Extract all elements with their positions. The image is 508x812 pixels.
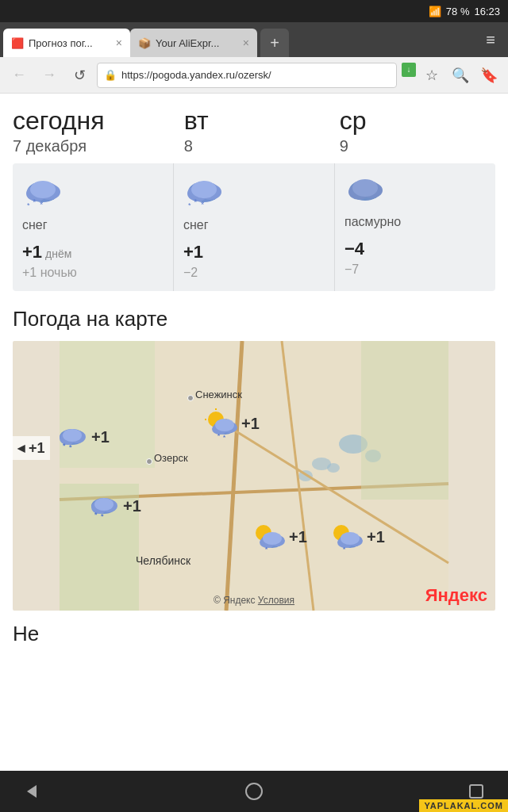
svg-text:*: * <box>69 443 72 450</box>
map-conditions-link[interactable]: Условия <box>258 595 294 606</box>
svg-point-51 <box>94 498 114 511</box>
svg-rect-68 <box>470 785 483 798</box>
signal-icon: 📶 <box>429 6 441 17</box>
svg-point-64 <box>341 532 360 545</box>
tab-weather-label: Прогноз пог... <box>29 37 93 49</box>
day-num-today: 7 декабря <box>13 137 184 155</box>
city-dot-ozersk <box>146 458 152 465</box>
svg-text:*: * <box>101 512 104 519</box>
svg-text:*: * <box>201 200 205 206</box>
next-section-title: Не <box>0 611 508 646</box>
svg-point-10 <box>191 181 217 198</box>
map-section: Погода на карте <box>13 307 495 611</box>
address-bar: ← → ↺ 🔒 https://pogoda.yandex.ru/ozersk/… <box>0 57 508 94</box>
address-actions: ↓ ☆ 🔍 🔖 <box>402 63 502 88</box>
svg-text:*: * <box>194 197 198 206</box>
left-edge-marker: ◂ +1 <box>13 436 50 460</box>
temp-day-today: +1днём <box>22 242 71 262</box>
weather-desc-wed: пасмурно <box>344 215 401 229</box>
svg-point-22 <box>327 463 340 473</box>
android-back-button[interactable] <box>16 776 48 807</box>
city-label-chelyabinsk: Челябинск <box>136 554 190 567</box>
svg-text:*: * <box>188 201 191 206</box>
map-marker-1: * * +1 <box>56 424 110 450</box>
svg-rect-30 <box>361 341 448 500</box>
marker-temp-3: +1 <box>123 497 141 515</box>
tab-ali[interactable]: 📦 Your AliExpr... × <box>130 29 257 57</box>
day-num-tue: 8 <box>184 137 340 155</box>
map-title: Погода на карте <box>13 307 495 331</box>
day-num-wed: 9 <box>340 137 495 155</box>
temp-night-wed: −7 <box>344 262 359 277</box>
day-col-wed: ср 9 <box>340 106 495 155</box>
browser-menu[interactable]: ≡ <box>476 25 505 57</box>
svg-text:*: * <box>63 442 66 450</box>
weather-card-today: * * * снег +1днём +1 ночью <box>13 163 174 291</box>
svg-point-17 <box>352 179 378 197</box>
svg-point-58 <box>263 532 282 545</box>
svg-text:*: * <box>33 197 37 206</box>
map-background: ◂ +1 Снежинск Озерск * * <box>13 341 495 611</box>
tab-weather[interactable]: 🟥 Прогноз пог... × <box>3 29 130 57</box>
temp-day-wed: −4 <box>344 239 364 259</box>
map-container[interactable]: ◂ +1 Снежинск Озерск * * <box>13 341 495 611</box>
bottom-nav-bar: YAPLAKAL.COM <box>0 771 508 812</box>
marker-temp-4: +1 <box>289 528 307 546</box>
weather-icon-tue: * * * <box>183 174 225 213</box>
new-tab-button[interactable]: + <box>260 29 289 57</box>
bookmark-button[interactable]: 🔖 <box>476 63 502 88</box>
tab-ali-close[interactable]: × <box>243 36 249 49</box>
yandex-logo: Яндекс <box>425 585 487 606</box>
weather-day-headers: сегодня 7 декабря вт 8 ср 9 <box>13 106 495 155</box>
back-button[interactable]: ← <box>6 63 32 88</box>
download-button[interactable]: ↓ <box>402 63 416 77</box>
lock-icon: 🔒 <box>104 69 117 81</box>
browser-menu-icon[interactable]: ≡ <box>476 25 505 54</box>
weather-card-wed: пасмурно −4 −7 <box>335 163 495 291</box>
weather-icon-today: * * * <box>22 174 64 213</box>
map-marker-3: * * +1 <box>88 493 141 519</box>
svg-point-67 <box>246 783 262 799</box>
url-bar[interactable]: 🔒 https://pogoda.yandex.ru/ozersk/ <box>97 63 397 88</box>
map-marker-4: * +1 <box>251 522 307 552</box>
temp-night-tue: −2 <box>183 266 198 280</box>
watermark: YAPLAKAL.COM <box>419 799 508 812</box>
svg-text:*: * <box>40 200 44 206</box>
svg-marker-66 <box>27 785 37 798</box>
tab-ali-icon: 📦 <box>138 37 151 49</box>
day-name-today: сегодня <box>13 106 184 136</box>
weather-cards: * * * снег +1днём +1 ночью * * <box>13 163 495 291</box>
status-bar: 📶 78 % 16:23 <box>0 0 508 22</box>
day-col-tue: вт 8 <box>184 106 340 155</box>
marker-temp-5: +1 <box>367 528 385 546</box>
tab-ali-label: Your AliExpr... <box>156 37 219 49</box>
tab-weather-close[interactable]: × <box>116 36 122 49</box>
svg-text:*: * <box>27 201 30 206</box>
city-label-ozersk: Озерск <box>154 452 188 464</box>
forward-button[interactable]: → <box>37 63 62 88</box>
time-display: 16:23 <box>474 6 500 17</box>
day-name-tue: вт <box>184 106 340 136</box>
svg-text:*: * <box>94 511 98 519</box>
temp-day-tue: +1 <box>183 242 203 262</box>
tab-weather-icon: 🟥 <box>11 37 24 49</box>
svg-point-45 <box>215 419 234 431</box>
svg-point-34 <box>63 429 82 442</box>
city-dot-snezhinsk <box>187 395 194 401</box>
weather-desc-today: снег <box>22 218 48 232</box>
svg-point-3 <box>30 181 56 198</box>
weather-desc-tue: снег <box>183 218 209 232</box>
weather-card-tue: * * * снег +1 −2 <box>174 163 335 291</box>
bookmark-star-button[interactable]: ☆ <box>419 63 444 88</box>
temp-night-today: +1 ночью <box>22 266 77 280</box>
android-home-button[interactable] <box>238 776 270 807</box>
refresh-button[interactable]: ↺ <box>67 63 92 88</box>
map-marker-5: * +1 <box>329 522 385 552</box>
marker-temp-2: +1 <box>241 415 260 433</box>
browser-tab-bar: 🟥 Прогноз пог... × 📦 Your AliExpr... × +… <box>0 22 508 57</box>
city-label-snezhinsk: Снежинск <box>195 389 242 400</box>
battery-text: 78 % <box>446 6 470 17</box>
search-button[interactable]: 🔍 <box>448 63 473 88</box>
weather-icon-wed <box>344 174 386 210</box>
marker-temp-1: +1 <box>91 428 110 446</box>
